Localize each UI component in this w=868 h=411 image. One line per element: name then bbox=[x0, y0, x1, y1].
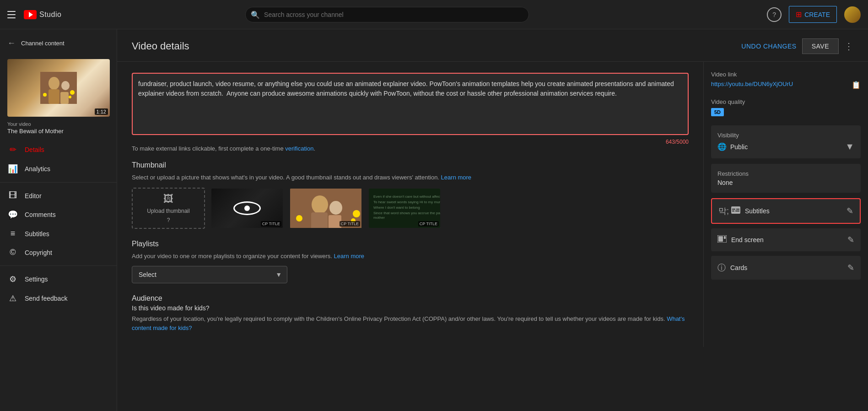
eye-icon bbox=[233, 201, 261, 215]
cards-label: Cards bbox=[730, 264, 747, 271]
app-header: Studio 🔍 ? ⊞ CREATE bbox=[0, 0, 868, 29]
thumbnail-section: Thumbnail Select or upload a picture tha… bbox=[132, 161, 689, 229]
nav-analytics-label: Analytics bbox=[25, 165, 50, 173]
end-screen-row[interactable]: End screen ✎ bbox=[711, 228, 861, 251]
svg-rect-30 bbox=[724, 236, 726, 239]
thumb-tag-3: CP TITLE bbox=[418, 221, 439, 227]
visibility-globe-row: 🌐 Public bbox=[717, 142, 748, 151]
sidebar-item-copyright[interactable]: © Copyright bbox=[0, 243, 117, 262]
description-textarea[interactable]: fundraiser, product launch, video resume… bbox=[138, 79, 682, 127]
playlist-select[interactable]: Select bbox=[132, 266, 287, 283]
thumbnail-option-1[interactable]: CP TITLE bbox=[210, 188, 284, 229]
end-screen-label: End screen bbox=[731, 236, 764, 243]
user-avatar[interactable] bbox=[844, 6, 861, 23]
thumb-tag-1: CP TITLE bbox=[261, 221, 281, 227]
save-button[interactable]: SAVE bbox=[802, 38, 839, 54]
form-area: fundraiser, product launch, video resume… bbox=[117, 62, 703, 347]
sidebar-divider bbox=[0, 265, 117, 266]
visibility-section: Visibility 🌐 Public ▼ bbox=[711, 125, 861, 158]
end-screen-row-left: End screen bbox=[717, 235, 764, 245]
subtitles-edit-icon[interactable]: ✎ bbox=[846, 206, 853, 216]
svg-rect-26 bbox=[732, 211, 734, 211]
svg-point-9 bbox=[312, 195, 328, 214]
video-link-label: Video link bbox=[711, 71, 861, 78]
nav-details-label: Details bbox=[25, 146, 44, 153]
nav-analytics-icon: 📊 bbox=[7, 164, 18, 174]
subtitles-icon: 막; bbox=[718, 206, 740, 216]
undo-changes-button[interactable]: UNDO CHANGES bbox=[741, 43, 796, 50]
audience-desc: Regardless of your location, you're lega… bbox=[132, 314, 689, 332]
restrictions-section: Restrictions None bbox=[711, 164, 861, 193]
sidebar: ← Channel content bbox=[0, 29, 117, 411]
restrictions-value: None bbox=[717, 179, 854, 186]
cards-edit-icon[interactable]: ✎ bbox=[847, 263, 854, 273]
main-content: Video details UNDO CHANGES SAVE ⋮ fundra… bbox=[117, 29, 868, 411]
svg-rect-11 bbox=[311, 212, 328, 229]
header-left: Studio bbox=[7, 9, 126, 20]
upload-thumbnail-box[interactable]: 🖼 Upload thumbnail ? bbox=[132, 188, 205, 229]
audience-title: Audience bbox=[132, 294, 689, 303]
sidebar-item-settings[interactable]: ⚙ Settings bbox=[0, 270, 117, 289]
hamburger-menu-icon[interactable] bbox=[7, 9, 18, 20]
thumbnail-option-2[interactable]: CP TITLE bbox=[289, 188, 362, 229]
sidebar-item-editor[interactable]: 🎞 Editor bbox=[0, 186, 117, 205]
verification-link[interactable]: verification bbox=[285, 145, 313, 152]
back-arrow-icon: ← bbox=[7, 38, 16, 48]
audience-subtitle: Is this video made for kids? bbox=[132, 304, 689, 312]
end-screen-svg-icon bbox=[717, 235, 727, 243]
video-quality-label: Video quality bbox=[711, 98, 861, 105]
help-icon[interactable]: ? bbox=[767, 7, 782, 22]
end-screen-edit-icon[interactable]: ✎ bbox=[847, 235, 854, 245]
nav-editor-icon: 🎞 bbox=[7, 191, 18, 200]
playlists-learn-more-link[interactable]: Learn more bbox=[334, 253, 364, 260]
search-input[interactable] bbox=[245, 7, 529, 22]
main-body: fundraiser, product launch, video resume… bbox=[117, 62, 868, 347]
sidebar-item-details[interactable]: ✏ Details bbox=[0, 140, 117, 159]
svg-rect-23 bbox=[731, 206, 740, 214]
studio-label: Studio bbox=[39, 11, 61, 19]
sidebar-nav: ✏ Details 📊 Analytics 🎞 Editor 💬 Comment… bbox=[0, 140, 117, 308]
svg-point-7 bbox=[69, 96, 71, 98]
nav-settings-label: Settings bbox=[25, 276, 48, 283]
sidebar-video-thumbnail: 1:12 bbox=[7, 59, 110, 117]
thumbnail-title: Thumbnail bbox=[132, 161, 689, 169]
subtitles-row-left: 막; Subtitles bbox=[718, 206, 770, 216]
thumbnail-option-3[interactable]: Even if she doesn't care but without aff… bbox=[368, 188, 441, 229]
copy-icon[interactable]: 📋 bbox=[852, 81, 861, 89]
cards-row[interactable]: ⓘ Cards ✎ bbox=[711, 256, 861, 280]
thumbnail-learn-more-link[interactable]: Learn more bbox=[441, 174, 471, 181]
sidebar-item-analytics[interactable]: 📊 Analytics bbox=[0, 159, 117, 178]
video-link-url[interactable]: https://youtu.be/DUN6yXjOUrU bbox=[711, 81, 793, 87]
svg-point-1 bbox=[49, 77, 59, 90]
svg-point-6 bbox=[70, 90, 75, 95]
create-button[interactable]: ⊞ CREATE bbox=[789, 6, 837, 23]
description-wrapper: fundraiser, product launch, video resume… bbox=[132, 73, 689, 135]
video-quality-section: Video quality 5D bbox=[711, 98, 861, 116]
nav-details-icon: ✏ bbox=[7, 145, 18, 155]
create-plus-icon: ⊞ bbox=[796, 10, 802, 19]
sidebar-item-comments[interactable]: 💬 Comments bbox=[0, 205, 117, 224]
nav-editor-label: Editor bbox=[25, 192, 42, 200]
back-to-channel-nav[interactable]: ← Channel content bbox=[0, 33, 117, 54]
video-quality-badge: 5D bbox=[711, 108, 724, 116]
visibility-dropdown-icon[interactable]: ▼ bbox=[845, 141, 854, 152]
subtitles-row[interactable]: 막; Subtitles ✎ bbox=[711, 198, 861, 224]
sidebar-item-subtitles[interactable]: ≡ Subtitles bbox=[0, 224, 117, 243]
verification-notice: To make external links clickable, first … bbox=[132, 145, 689, 152]
restrictions-label: Restrictions bbox=[717, 170, 854, 177]
svg-rect-25 bbox=[736, 209, 739, 210]
nav-copyright-icon: © bbox=[7, 248, 18, 257]
logo-area: Studio bbox=[24, 10, 61, 19]
right-panel: Video link https://youtu.be/DUN6yXjOUrU … bbox=[703, 62, 868, 347]
playlists-desc: Add your video to one or more playlists … bbox=[132, 252, 689, 261]
cards-icon: ⓘ bbox=[717, 262, 726, 273]
svg-point-13 bbox=[296, 215, 302, 222]
nav-send-feedback-icon: ⚠ bbox=[7, 293, 18, 303]
sidebar-item-send-feedback[interactable]: ⚠ Send feedback bbox=[0, 289, 117, 308]
sidebar-video-title: The Bewail of Mother bbox=[7, 128, 109, 135]
header-right: ? ⊞ CREATE bbox=[767, 6, 861, 23]
playlists-title: Playlists bbox=[132, 240, 689, 248]
playlist-select-wrapper: Select ▼ bbox=[132, 266, 287, 283]
end-screen-icon bbox=[717, 235, 727, 245]
more-options-button[interactable]: ⋮ bbox=[844, 41, 853, 52]
